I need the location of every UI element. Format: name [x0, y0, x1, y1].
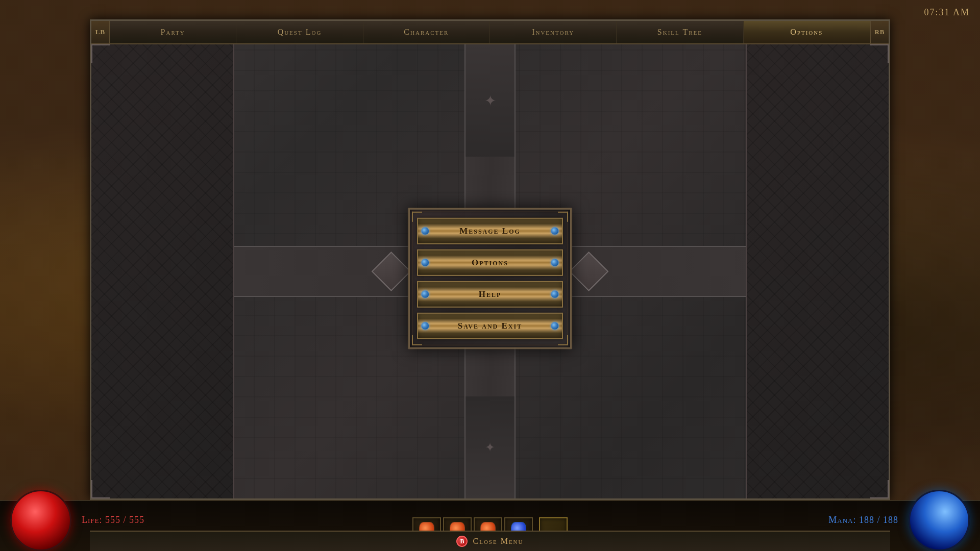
tab-options[interactable]: Options	[744, 21, 870, 43]
gem-left-options	[418, 249, 432, 276]
b-button-icon[interactable]: B	[456, 536, 468, 547]
bottom-decoration	[464, 396, 516, 498]
top-decoration	[464, 44, 516, 157]
clock: 07:31 AM	[924, 7, 970, 18]
gem-right-help	[548, 281, 562, 308]
gem-icon	[551, 290, 559, 298]
tab-lb[interactable]: LB	[91, 21, 110, 43]
gem-icon	[421, 322, 429, 330]
gem-right-save-exit	[548, 313, 562, 339]
mana-orb	[909, 490, 970, 551]
gem-icon	[551, 227, 559, 235]
options-label: Options	[432, 258, 548, 268]
side-panel-right	[746, 44, 889, 498]
corner-ornament-bl	[91, 480, 110, 498]
help-button[interactable]: Help	[417, 281, 563, 308]
tab-bar: LB Party Quest Log Character Inventory S…	[91, 21, 889, 44]
gem-icon	[421, 259, 429, 267]
close-menu-label: Close Menu	[473, 537, 523, 546]
tab-quest-log[interactable]: Quest Log	[236, 21, 363, 43]
tab-character[interactable]: Character	[363, 21, 490, 43]
gem-icon	[551, 259, 559, 267]
gem-right-options	[548, 249, 562, 276]
gem-left-save-exit	[418, 313, 432, 339]
options-dialog: Message Log Options	[408, 208, 572, 349]
gem-left-message-log	[418, 218, 432, 244]
gem-left-help	[418, 281, 432, 308]
gem-icon	[421, 290, 429, 298]
message-log-button[interactable]: Message Log	[417, 218, 563, 244]
side-panel-left	[91, 44, 234, 498]
mana-text: Mana: 188 / 188	[828, 515, 898, 525]
tab-party[interactable]: Party	[110, 21, 236, 43]
life-orb	[10, 490, 71, 551]
corner-ornament-tr	[870, 44, 889, 63]
panel-content: Message Log Options	[91, 44, 889, 498]
corner-ornament-tl	[91, 44, 110, 63]
tab-skill-tree[interactable]: Skill Tree	[617, 21, 743, 43]
options-button[interactable]: Options	[417, 249, 563, 276]
tab-inventory[interactable]: Inventory	[490, 21, 617, 43]
message-log-label: Message Log	[432, 226, 548, 236]
save-exit-label: Save and Exit	[432, 321, 548, 331]
gem-right-message-log	[548, 218, 562, 244]
corner-ornament-br	[870, 480, 889, 498]
save-exit-button[interactable]: Save and Exit	[417, 313, 563, 339]
dialog-frame: Message Log Options	[408, 208, 572, 349]
gem-icon	[551, 322, 559, 330]
help-label: Help	[432, 289, 548, 299]
bottom-bar: B Close Menu	[90, 531, 890, 551]
tab-rb[interactable]: RB	[870, 21, 889, 43]
main-panel: LB Party Quest Log Character Inventory S…	[90, 19, 890, 500]
life-text: Life: 555 / 555	[82, 515, 144, 525]
gem-icon	[421, 227, 429, 235]
